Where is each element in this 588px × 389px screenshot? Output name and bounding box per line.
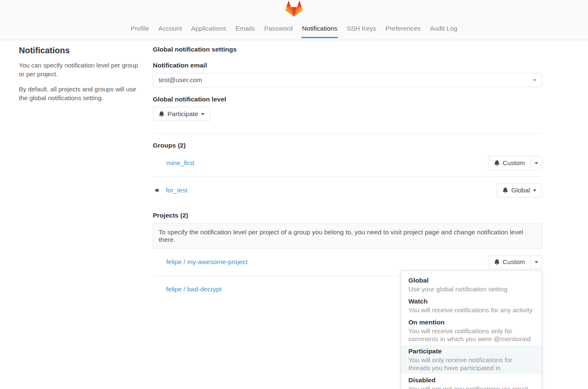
sidebar-description-2: By default, all projects and groups will…	[19, 85, 144, 102]
page-title: Notifications	[19, 46, 144, 55]
bell-icon	[494, 259, 500, 265]
bell-icon	[494, 160, 500, 166]
group-link-for-test[interactable]: for_test	[166, 187, 188, 194]
dropdown-item-global[interactable]: Global Use your global notification sett…	[401, 274, 542, 295]
global-notification-level-label: Global notification level	[153, 96, 542, 103]
dropdown-item-desc: You will receive notifications for any a…	[408, 306, 535, 314]
caret-down-icon	[201, 113, 204, 115]
tab-applications[interactable]: Applications	[191, 18, 227, 38]
gitlab-tanuki-icon[interactable]	[285, 1, 303, 17]
bell-icon	[159, 111, 165, 117]
notification-email-select[interactable]: test@user.com	[153, 73, 542, 87]
dropdown-item-participate[interactable]: Participate You will only receive notifi…	[401, 345, 542, 374]
project-link-my-awesome-project[interactable]: felipe / my-awesome-project	[166, 258, 248, 266]
dropdown-item-desc: You will not get any notifications via e…	[408, 385, 535, 389]
caret-down-icon	[533, 79, 536, 81]
profile-settings-header: Profile Account Applications Emails Pass…	[0, 0, 588, 40]
project-level-button-group: Custom Global Use your global notificati…	[488, 255, 542, 269]
projects-note: To specify the notification level per pr…	[153, 223, 542, 249]
project-row-my-awesome-project: felipe / my-awesome-project Custom Globa…	[153, 249, 542, 275]
group-level-button[interactable]: Custom	[488, 156, 531, 170]
group-row-mine-first: mine_first Custom	[153, 150, 542, 176]
group-link-mine-first[interactable]: mine_first	[166, 159, 194, 167]
notification-email-label: Notification email	[153, 62, 542, 69]
project-level-button[interactable]: Custom	[488, 255, 531, 269]
dropdown-item-desc: Use your global notification setting	[408, 285, 535, 293]
section-divider	[153, 133, 542, 134]
group-level-value: Global	[511, 187, 530, 194]
caret-down-icon	[533, 189, 536, 192]
global-notification-level-button[interactable]: Participate	[153, 107, 210, 121]
project-link-bad-decrypt[interactable]: felipe / bad-decrypt	[166, 285, 222, 293]
dropdown-item-title: Disabled	[408, 376, 535, 384]
group-level-button-group: Custom	[488, 156, 542, 170]
caret-down-icon	[535, 261, 538, 263]
group-level-caret-button[interactable]	[531, 156, 542, 170]
dropdown-item-watch[interactable]: Watch You will receive notifications for…	[401, 295, 542, 316]
dropdown-item-desc: You will receive notifications only for …	[408, 327, 535, 343]
volume-up-icon	[154, 187, 161, 194]
notification-email-value: test@user.com	[159, 76, 202, 84]
projects-list: felipe / my-awesome-project Custom Globa…	[153, 249, 542, 302]
groups-list: mine_first Custom for_t	[153, 150, 542, 204]
dropdown-item-disabled[interactable]: Disabled You will not get any notificati…	[401, 374, 542, 389]
sidebar-description-1: You can specify notification level per g…	[19, 61, 144, 78]
dropdown-item-title: Participate	[408, 347, 535, 355]
main-content: Global notification settings Notificatio…	[153, 40, 542, 302]
project-level-caret-button[interactable]	[531, 255, 542, 269]
dropdown-item-title: Global	[408, 276, 535, 284]
logo-container	[0, 0, 588, 17]
content-container: Notifications You can specify notificati…	[0, 40, 588, 302]
tab-preferences[interactable]: Preferences	[385, 18, 421, 38]
tab-notifications[interactable]: Notifications	[301, 18, 337, 38]
caret-down-icon	[535, 162, 538, 164]
group-level-value: Custom	[503, 159, 525, 167]
profile-nav-tabs: Profile Account Applications Emails Pass…	[0, 18, 588, 38]
tab-profile[interactable]: Profile	[130, 18, 149, 38]
dropdown-item-title: Watch	[408, 297, 535, 305]
group-level-button-global[interactable]: Global	[497, 183, 542, 197]
group-row-for-test: for_test Global	[153, 176, 542, 204]
global-settings-heading: Global notification settings	[153, 46, 542, 53]
sidebar: Notifications You can specify notificati…	[19, 40, 153, 302]
tab-emails[interactable]: Emails	[235, 18, 256, 38]
notification-level-dropdown: Global Use your global notification sett…	[401, 270, 542, 389]
tab-ssh-keys[interactable]: SSH Keys	[346, 18, 377, 38]
dropdown-item-desc: You will only receive notifications for …	[408, 356, 535, 372]
bell-icon	[502, 187, 508, 193]
dropdown-item-on-mention[interactable]: On mention You will receive notification…	[401, 316, 542, 345]
project-level-value: Custom	[503, 258, 525, 266]
tab-account[interactable]: Account	[158, 18, 182, 38]
global-level-value: Participate	[167, 110, 198, 118]
dropdown-item-title: On mention	[408, 318, 535, 326]
tab-audit-log[interactable]: Audit Log	[429, 18, 458, 38]
tab-password[interactable]: Password	[264, 18, 293, 38]
groups-heading: Groups (2)	[153, 142, 542, 149]
projects-heading: Projects (2)	[153, 212, 542, 219]
